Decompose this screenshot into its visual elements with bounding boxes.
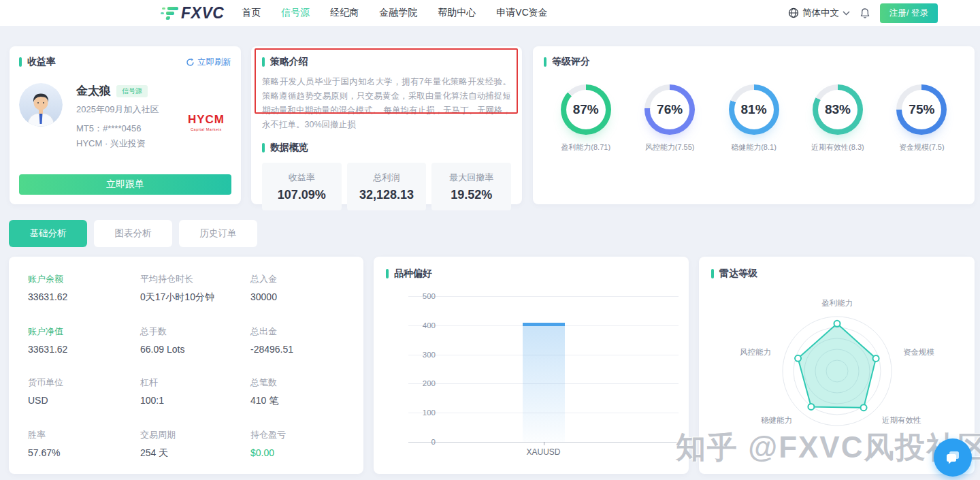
y-axis-tick: 500	[408, 292, 436, 300]
stat-value: -28496.51	[250, 344, 344, 355]
nav-item-help[interactable]: 帮助中心	[438, 7, 476, 19]
tab-chart-analysis[interactable]: 图表分析	[94, 220, 172, 247]
refresh-icon	[186, 58, 195, 67]
stat-win-rate: 胜率 57.67%	[28, 429, 140, 460]
stat-value: 66.09 Lots	[140, 344, 250, 355]
nav-item-apply-vc[interactable]: 申请VC资金	[496, 7, 547, 19]
stat-total-profit: 总利润 32,128.13	[347, 163, 427, 210]
stat-currency-unit: 货币单位 USD	[28, 377, 140, 407]
nav-item-home[interactable]: 首页	[242, 7, 261, 19]
svg-text:稳健能力: 稳健能力	[761, 416, 792, 424]
nav-menu: 首页 信号源 经纪商 金融学院 帮助中心 申请VC资金	[242, 7, 547, 19]
profile-card-title: 收益率	[19, 56, 56, 68]
stat-value: 33631.62	[28, 291, 140, 302]
stat-label: 总手数	[140, 325, 250, 338]
y-axis-tick: 0	[408, 438, 436, 446]
rating-ring-risk-control: 76% 风控能力(7.55)	[627, 84, 711, 153]
stat-label: 总笔数	[250, 377, 344, 389]
broker-logo: HYCM Capital Markets	[188, 113, 225, 131]
stat-value: 0天17小时10分钟	[140, 291, 250, 304]
profile-card: 收益率 立即刷新	[10, 46, 241, 204]
stat-label: 胜率	[28, 429, 140, 441]
stat-label: 平均持仓时长	[140, 273, 250, 285]
page: FXVC 首页 信号源 经纪商 金融学院 帮助中心 申请VC资金 简体中文	[0, 0, 980, 480]
stat-value: 254 天	[140, 447, 250, 460]
stat-total-deposit: 总入金 30000	[250, 273, 344, 304]
stat-label: 收益率	[289, 172, 315, 184]
stat-total-withdrawal: 总出金 -28496.51	[250, 325, 344, 355]
tab-basic-analysis[interactable]: 基础分析	[9, 220, 87, 247]
nav-right: 简体中文 注册/ 登录	[788, 3, 938, 23]
account-stats-card: 账户余额 33631.62 平均持仓时长 0天17小时10分钟 总入金 3000…	[9, 257, 363, 474]
signal-name: 金太狼	[76, 83, 111, 99]
bar-cap	[523, 323, 565, 326]
stat-label: 货币单位	[28, 377, 140, 389]
stat-leverage: 杠杆 100:1	[140, 377, 250, 407]
stat-value: 19.52%	[451, 188, 492, 202]
strategy-card: 策略介绍 策略开发人员毕业于国内知名大学，拥有7年量化策略开发经验。 策略遵循趋…	[251, 46, 522, 204]
symbol-preference-title: 品种偏好	[386, 268, 676, 280]
logo-text: FXVC	[181, 4, 224, 22]
symbol-preference-card: 品种偏好 0100200300400500 XAUUSD	[374, 257, 689, 474]
analysis-tabs: 基础分析 图表分析 历史订单	[9, 220, 257, 247]
chat-icon	[944, 449, 962, 466]
rating-card: 等级评分 87% 盈利能力(8.71) 76% 风控能力(7.55) 81% 稳…	[533, 46, 975, 204]
nav-item-brokers[interactable]: 经纪商	[330, 7, 359, 19]
nav-item-signals[interactable]: 信号源	[281, 7, 310, 19]
stat-avg-holding-time: 平均持仓时长 0天17小时10分钟	[140, 273, 250, 304]
ring-label: 资金规模(7.5)	[899, 142, 945, 153]
radar-chart: 盈利能力资金规模近期有效性稳健能力风控能力	[699, 276, 975, 469]
chat-button[interactable]	[934, 438, 972, 477]
ring-label: 近期有效性(8.3)	[811, 142, 864, 153]
stat-value: 100:1	[140, 395, 250, 406]
stat-label: 总出金	[250, 325, 344, 338]
ring-percent: 75%	[909, 102, 934, 117]
svg-text:资金规模: 资金规模	[903, 348, 934, 356]
bar-chart: 0100200300400500	[408, 296, 679, 443]
strategy-intro-text: 策略开发人员毕业于国内知名大学，拥有7年量化策略开发经验。 策略遵循趋势交易原则…	[262, 75, 511, 132]
bar-xauusd	[523, 323, 565, 442]
stat-floating-pnl: 持仓盈亏 $0.00	[250, 429, 344, 460]
logo-icon	[161, 5, 181, 21]
language-selector[interactable]: 简体中文	[788, 7, 850, 19]
logo[interactable]: FXVC	[161, 4, 224, 22]
stat-trading-period: 交易周期 254 天	[140, 429, 250, 460]
refresh-button[interactable]: 立即刷新	[186, 57, 231, 68]
notification-bell-button[interactable]	[860, 7, 870, 19]
broker-logo-subtext: Capital Markets	[188, 127, 225, 131]
chevron-down-icon	[843, 11, 850, 16]
stat-label: 最大回撤率	[449, 172, 493, 184]
y-axis-tick: 200	[408, 379, 436, 387]
stat-label: 杠杆	[140, 377, 250, 389]
tab-history-orders[interactable]: 历史订单	[179, 220, 257, 247]
stat-label: 账户余额	[28, 273, 140, 285]
account-number: MT5：#****0456	[76, 123, 159, 135]
y-axis-tick: 400	[408, 321, 436, 330]
stat-value: 32,128.13	[359, 188, 414, 202]
follow-button[interactable]: 立即跟单	[19, 174, 231, 195]
register-login-button[interactable]: 注册/ 登录	[880, 3, 938, 23]
svg-text:盈利能力: 盈利能力	[821, 299, 853, 307]
top-nav: FXVC 首页 信号源 经纪商 金融学院 帮助中心 申请VC资金 简体中文	[0, 0, 980, 26]
account-stats-grid: 账户余额 33631.62 平均持仓时长 0天17小时10分钟 总入金 3000…	[28, 273, 344, 460]
ring-label: 稳健能力(8.1)	[731, 142, 777, 153]
rating-rings: 87% 盈利能力(8.71) 76% 风控能力(7.55) 81% 稳健能力(8…	[544, 84, 964, 153]
globe-icon	[788, 7, 799, 18]
ring-label: 风控能力(7.55)	[645, 142, 695, 153]
avatar	[19, 83, 63, 127]
stat-value: 57.67%	[28, 447, 140, 458]
y-axis-tick: 300	[408, 351, 436, 359]
strategy-intro-title: 策略介绍	[262, 56, 511, 68]
stat-label: 交易周期	[140, 429, 250, 441]
stat-label: 账户净值	[28, 325, 140, 338]
radar-card: 雷达等级 盈利能力资金规模近期有效性稳健能力风控能力	[699, 257, 975, 474]
nav-item-academy[interactable]: 金融学院	[379, 7, 417, 19]
ring-percent: 87%	[573, 102, 599, 117]
stat-label: 总利润	[374, 172, 400, 184]
gridline	[408, 296, 679, 297]
stat-value: 30000	[250, 291, 344, 302]
ring-label: 盈利能力(8.71)	[561, 142, 610, 153]
stat-return-rate: 收益率 107.09%	[262, 163, 342, 210]
joined-date: 2025年09月加入社区	[76, 103, 159, 116]
stat-value: USD	[28, 395, 140, 406]
